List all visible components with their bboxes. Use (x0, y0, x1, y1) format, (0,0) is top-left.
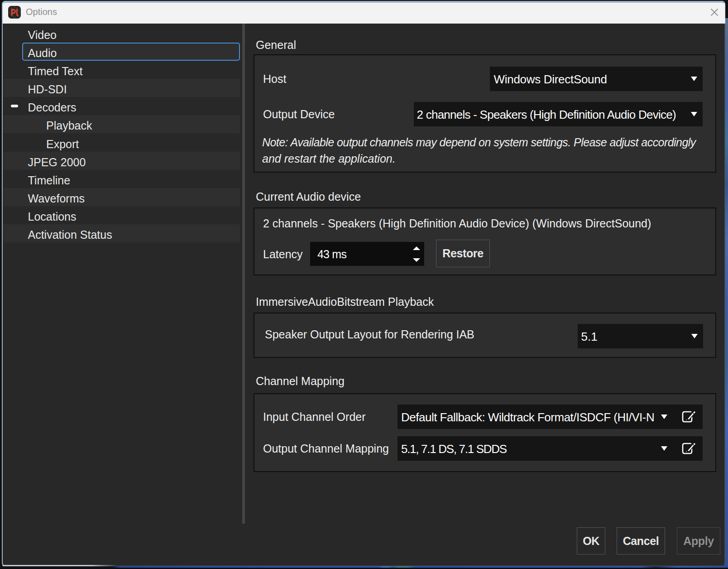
sidebar-item-label: Video (28, 29, 57, 42)
current-device-summary: 2 channels - Speakers (High Definition A… (263, 217, 651, 230)
window-title: Options (26, 7, 57, 17)
titlebar[interactable]: Pl Options (2, 1, 725, 24)
latency-value: 43 ms (317, 248, 346, 261)
input-channel-order-dropdown[interactable]: Default Fallback: Wildtrack Format/ISDCF… (398, 405, 703, 429)
sidebar-item-label: Audio (28, 47, 57, 60)
section-title-iab-playback: ImmersiveAudioBitstream Playback (256, 295, 434, 309)
host-dropdown[interactable]: Windows DirectSound (490, 67, 703, 91)
chevron-down-icon (661, 446, 667, 451)
sidebar-item-label: Activation Status (28, 228, 112, 241)
cancel-button[interactable]: Cancel (617, 527, 665, 555)
sidebar-item-activation-status[interactable]: Activation Status (3, 224, 240, 242)
note-line-1: Note: Available output channels may depe… (262, 135, 696, 151)
sidebar-item-label: Locations (28, 210, 77, 223)
sidebar-item-label: Waveforms (28, 192, 85, 205)
sidebar: VideoAudioTimed TextHD-SDIDecodersPlayba… (2, 24, 242, 566)
input-channel-order-value: Default Fallback: Wildtrack Format/ISDCF… (401, 410, 654, 424)
sidebar-item-locations[interactable]: Locations (3, 206, 240, 224)
host-label: Host (263, 72, 286, 86)
collapse-icon[interactable] (11, 105, 18, 107)
edit-icon[interactable] (681, 442, 696, 455)
speaker-layout-dropdown-value: 5.1 (581, 330, 598, 344)
sidebar-item-label: Timeline (28, 174, 71, 187)
section-title-channel-mapping: Channel Mapping (256, 375, 345, 388)
chevron-down-icon (691, 112, 697, 116)
group-box-channel-mapping (254, 393, 716, 472)
output-channel-mapping-dropdown[interactable]: 5.1, 7.1 DS, 7.1 SDDS (398, 436, 703, 461)
app-icon-pl-glyph (8, 6, 21, 19)
group-box-general (254, 54, 716, 173)
app-icon: Pl (8, 6, 21, 19)
output-device-label: Output Device (263, 108, 335, 121)
apply-button[interactable]: Apply (677, 527, 720, 555)
speaker-layout-label: Speaker Output Layout for Rendering IAB (265, 328, 474, 341)
section-title-current-audio-device: Current Audio device (256, 190, 361, 203)
sidebar-item-playback[interactable]: Playback (3, 115, 240, 133)
chevron-down-icon (691, 334, 698, 338)
output-channels-note: Note: Available output channels may depe… (262, 135, 696, 167)
ok-button[interactable]: OK (577, 527, 605, 555)
sidebar-item-timed-text[interactable]: Timed Text (3, 61, 240, 79)
sidebar-item-audio[interactable]: Audio (3, 43, 240, 61)
latency-label: Latency (263, 248, 303, 261)
sidebar-item-waveforms[interactable]: Waveforms (3, 188, 240, 206)
note-line-2: and restart the application. (262, 151, 696, 167)
sidebar-item-label: Timed Text (28, 65, 83, 78)
restore-button[interactable]: Restore (436, 240, 490, 267)
sidebar-item-decoders[interactable]: Decoders (3, 97, 240, 115)
section-title-general: General (256, 39, 296, 52)
output-channel-mapping-value: 5.1, 7.1 DS, 7.1 SDDS (401, 442, 507, 456)
spin-down-icon[interactable] (413, 258, 420, 262)
sidebar-item-label: JPEG 2000 (28, 156, 86, 169)
sidebar-item-label: Decoders (28, 101, 77, 114)
sidebar-item-hd-sdi[interactable]: HD-SDI (3, 79, 240, 97)
output-device-dropdown-value: 2 channels - Speakers (High Definition A… (417, 108, 676, 122)
latency-spinbox[interactable]: 43 ms (310, 242, 424, 266)
output-device-dropdown[interactable]: 2 channels - Speakers (High Definition A… (414, 102, 703, 126)
chevron-down-icon (691, 77, 697, 81)
edit-icon[interactable] (681, 410, 696, 424)
sidebar-item-timeline[interactable]: Timeline (3, 170, 240, 188)
sidebar-item-label: Playback (46, 119, 92, 132)
sidebar-splitter[interactable] (242, 24, 245, 524)
close-icon[interactable] (709, 6, 720, 18)
sidebar-item-label: HD-SDI (28, 83, 67, 96)
options-dialog: Pl Options VideoAudioTimed TextHD-SDIDec… (2, 1, 725, 566)
chevron-down-icon (661, 415, 667, 419)
sidebar-item-export[interactable]: Export (3, 134, 240, 152)
sidebar-item-video[interactable]: Video (3, 24, 240, 43)
group-box-iab (254, 313, 716, 358)
host-dropdown-value: Windows DirectSound (494, 72, 607, 87)
sidebar-item-label: Export (46, 138, 79, 151)
input-channel-order-label: Input Channel Order (263, 410, 366, 424)
desktop-wallpaper-bottom (0, 566, 728, 569)
output-channel-mapping-label: Output Channel Mapping (263, 442, 389, 455)
spin-up-icon[interactable] (413, 246, 420, 250)
sidebar-item-jpeg-2000[interactable]: JPEG 2000 (3, 152, 240, 170)
speaker-layout-dropdown[interactable]: 5.1 (578, 324, 703, 348)
